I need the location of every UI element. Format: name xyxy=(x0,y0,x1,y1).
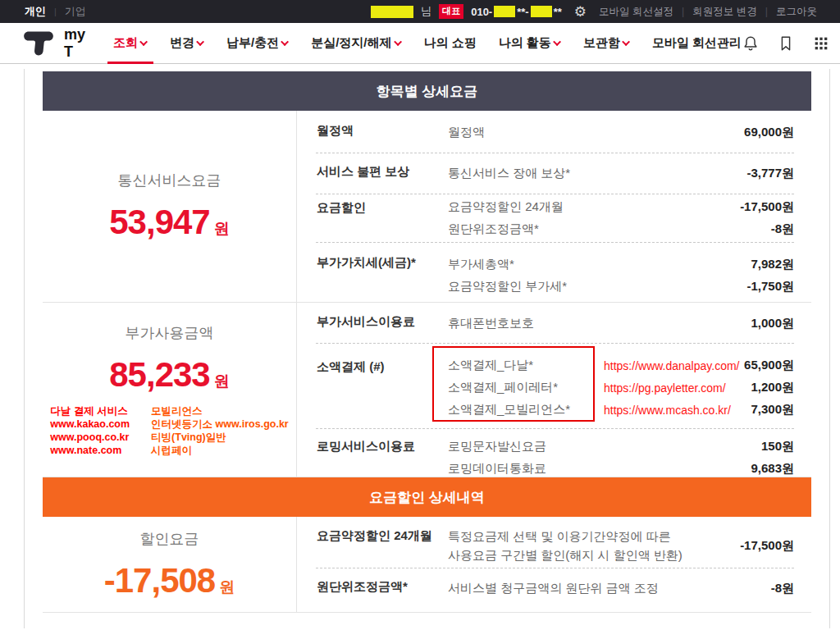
user-phone-number: 010-**-** xyxy=(471,6,562,18)
bell-icon[interactable] xyxy=(742,34,760,52)
table-row: 월정액 월정액69,000원 xyxy=(297,112,811,153)
summary-discount: 할인요금 -17,508원 xyxy=(43,517,297,612)
link-member-info[interactable]: 회원정보 변경 xyxy=(692,5,756,19)
payment-url-link[interactable]: https://www.danalpay.com/ xyxy=(594,359,744,372)
row-label: 요금약정할인 24개월 xyxy=(317,527,448,544)
nav-item-inquiry[interactable]: 조회 xyxy=(113,23,148,64)
redacted-phone-part xyxy=(531,6,552,17)
row-label: 로밍서비스이용료 xyxy=(317,436,448,454)
link-mobile-line-settings[interactable]: 모바일 회선설정 xyxy=(599,5,673,19)
nav-item-my-activity[interactable]: 나의 활동 xyxy=(499,23,561,64)
nav-item-payment-recharge[interactable]: 납부/충전 xyxy=(226,23,289,64)
table-row: 서비스 불편 보상 통신서비스 장애 보상*-3,777원 xyxy=(297,153,811,194)
utility-bar: 개인 | 기업 님 대표 010-**-** ⚙ 모바일 회선설정 | 회원정보… xyxy=(0,0,840,23)
brand-my-t[interactable]: my T xyxy=(64,26,85,61)
representative-badge: 대표 xyxy=(439,4,463,19)
segment-personal[interactable]: 개인 xyxy=(25,4,46,19)
micro-payment-row: 소액결제 (#) 소액결제_다날* https://www.danalpay.c… xyxy=(297,344,811,428)
row-label: 부가가치세(세금)* xyxy=(317,253,448,271)
chevron-down-icon xyxy=(196,38,204,46)
chevron-down-icon xyxy=(139,38,148,46)
table-row: 부가서비스이용료 휴대폰번호보호1,000원 xyxy=(297,304,811,343)
redacted-phone-part xyxy=(494,6,515,17)
bill-detail-frame: 항목별 상세요금 통신서비스요금 53,947원 월정액 월정액69,000원 … xyxy=(24,69,830,628)
row-label: 원단위조정금액* xyxy=(317,578,448,595)
summary-additional-usage: 부가사용금액 85,233원 다날 결제 서비스www.kakao.com ww… xyxy=(43,303,297,477)
row-label: 요금할인 xyxy=(317,196,448,216)
chevron-down-icon xyxy=(553,38,561,46)
chevron-down-icon xyxy=(281,38,289,46)
table-row: 요금할인 요금약정할인 24개월-17,500원 원단위조정금액*-8원 xyxy=(297,194,811,242)
section-discount: 할인요금 -17,508원 요금약정할인 24개월 특정요금제 선택 및 이용기… xyxy=(43,517,811,613)
summary-title: 부가사용금액 xyxy=(126,323,214,343)
table-row: 로밍서비스이용료 로밍문자발신요금150원 로밍데이터통화료9,683원 xyxy=(297,429,811,489)
divider: | xyxy=(765,6,768,17)
summary-amount: 85,233원 xyxy=(109,355,229,395)
apps-grid-icon[interactable] xyxy=(812,34,830,52)
row-label: 부가서비스이용료 xyxy=(317,313,448,330)
redacted-user-name xyxy=(371,6,413,18)
chevron-down-icon xyxy=(622,38,630,46)
row-label: 소액결제 (#) xyxy=(317,351,448,375)
nav-menu: 조회 변경 납부/충전 분실/정지/해제 나의 쇼핑 나의 활동 보관함 모바일… xyxy=(113,23,742,64)
nav-item-mobile-line-mgmt[interactable]: 모바일 회선관리 xyxy=(652,23,742,64)
nav-item-my-shopping[interactable]: 나의 쇼핑 xyxy=(424,23,477,64)
nav-item-loss-suspend[interactable]: 분실/정지/해제 xyxy=(311,23,401,64)
summary-telecom-service: 통신서비스요금 53,947원 xyxy=(43,111,297,302)
payment-annotations: 다날 결제 서비스www.kakao.com www.pooq.co.krwww… xyxy=(50,404,288,457)
link-logout[interactable]: 로그아웃 xyxy=(776,5,817,19)
t-logo-icon[interactable] xyxy=(23,30,54,57)
section-header-itemized-charges: 항목별 상세요금 xyxy=(43,71,811,111)
summary-title: 할인요금 xyxy=(140,529,199,549)
summary-title: 통신서비스요금 xyxy=(118,171,221,190)
main-navbar: my T 조회 변경 납부/충전 분실/정지/해제 나의 쇼핑 나의 활동 보관… xyxy=(0,23,840,64)
summary-amount: -17,508원 xyxy=(104,561,235,600)
section-telecom-service: 통신서비스요금 53,947원 월정액 월정액69,000원 서비스 불편 보상… xyxy=(43,111,811,303)
table-row: 원단위조정금액* 서비스별 청구금액의 원단위 금액 조정-8원 xyxy=(297,568,811,609)
gear-icon[interactable]: ⚙ xyxy=(574,5,587,19)
divider: | xyxy=(54,7,57,16)
chevron-down-icon xyxy=(394,38,402,46)
bookmark-icon[interactable] xyxy=(777,34,795,52)
summary-amount: 53,947원 xyxy=(109,203,229,242)
row-label: 월정액 xyxy=(317,121,448,139)
section-additional-usage: 부가사용금액 85,233원 다날 결제 서비스www.kakao.com ww… xyxy=(43,303,811,477)
table-row: 부가가치세(세금)* 부가세총액*7,982원 요금약정할인 부가세*-1,75… xyxy=(297,243,811,307)
annotation-mobilians-services: 모빌리언스인터넷등기소 www.iros.go.kr 티빙(Tving)일반시럽… xyxy=(151,404,289,457)
table-row: 요금약정할인 24개월 특정요금제 선택 및 이용기간약정에 따른 사용요금 구… xyxy=(297,518,811,568)
user-name-suffix: 님 xyxy=(421,4,431,19)
segment-business[interactable]: 기업 xyxy=(65,4,86,19)
payment-url-link[interactable]: https://pg.payletter.com/ xyxy=(594,381,751,395)
row-label: 서비스 불편 보상 xyxy=(317,162,448,180)
nav-item-storage[interactable]: 보관함 xyxy=(583,23,630,64)
annotation-danal-services: 다날 결제 서비스www.kakao.com www.pooq.co.krwww… xyxy=(50,404,130,457)
nav-item-change[interactable]: 변경 xyxy=(170,23,204,64)
divider: | xyxy=(682,6,684,17)
payment-url-link[interactable]: https://www.mcash.co.kr/ xyxy=(594,404,751,417)
